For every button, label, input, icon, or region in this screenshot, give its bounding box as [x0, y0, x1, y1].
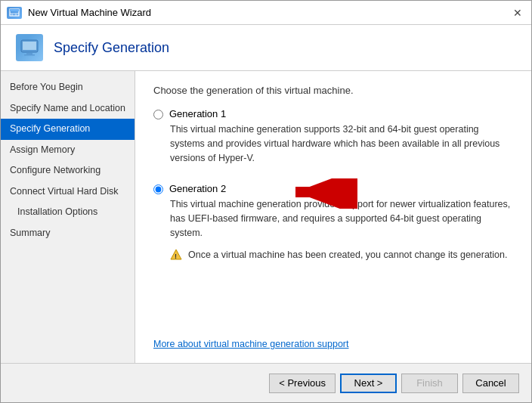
link-area: More about virtual machine generation su…	[153, 323, 513, 349]
page-title: Specify Generation	[54, 40, 169, 56]
footer: < Previous Next > Finish Cancel	[1, 363, 531, 402]
svg-rect-6	[23, 42, 36, 50]
generation1-label[interactable]: Generation 1	[169, 108, 226, 119]
sidebar-item[interactable]: Installation Options	[1, 202, 135, 223]
svg-rect-7	[26, 53, 32, 54]
generation1-group: Generation 1 This virtual machine genera…	[153, 108, 513, 172]
cancel-button[interactable]: Cancel	[462, 374, 519, 393]
previous-button[interactable]: < Previous	[269, 374, 336, 393]
intro-text: Choose the generation of this virtual ma…	[153, 85, 513, 96]
sidebar-item[interactable]: Connect Virtual Hard Disk	[1, 181, 135, 203]
sidebar-item[interactable]: Assign Memory	[1, 140, 135, 161]
close-button[interactable]: ✕	[510, 5, 525, 20]
title-bar: New Virtual Machine Wizard ✕	[1, 1, 531, 25]
sidebar-item[interactable]: Before You Begin	[1, 77, 135, 98]
next-button[interactable]: Next >	[340, 374, 397, 393]
finish-button[interactable]: Finish	[401, 374, 458, 393]
window-title: New Virtual Machine Wizard	[28, 7, 510, 18]
content-area: Before You BeginSpecify Name and Locatio…	[1, 71, 531, 363]
svg-text:!: !	[175, 252, 177, 259]
warning-icon: !	[170, 249, 182, 261]
generation1-radio-row: Generation 1	[153, 108, 513, 119]
sidebar-item[interactable]: Configure Networking	[1, 160, 135, 181]
page-header: Specify Generation	[1, 25, 531, 71]
main-content: Choose the generation of this virtual ma…	[135, 71, 531, 363]
sidebar-item[interactable]: Specify Generation	[1, 119, 135, 140]
sidebar-item[interactable]: Summary	[1, 223, 135, 244]
svg-rect-1	[10, 9, 19, 11]
wizard-window: New Virtual Machine Wizard ✕ Specify Gen…	[0, 0, 532, 403]
generation1-radio[interactable]	[153, 110, 163, 119]
red-arrow-icon	[282, 178, 357, 209]
generation2-group: Generation 2 This virtual machine genera…	[153, 183, 513, 262]
header-icon	[16, 34, 43, 61]
warning-row: ! Once a virtual machine has been create…	[170, 248, 513, 262]
window-icon	[7, 7, 22, 19]
generation2-label[interactable]: Generation 2	[169, 183, 226, 194]
sidebar-item[interactable]: Specify Name and Location	[1, 98, 135, 119]
sidebar: Before You BeginSpecify Name and Locatio…	[1, 71, 135, 363]
generation2-radio[interactable]	[153, 184, 163, 194]
warning-text: Once a virtual machine has been created,…	[188, 248, 508, 262]
svg-rect-8	[24, 54, 35, 56]
generation1-desc: This virtual machine generation supports…	[170, 122, 513, 165]
help-link[interactable]: More about virtual machine generation su…	[153, 339, 348, 349]
generation2-radio-row: Generation 2	[153, 183, 513, 194]
